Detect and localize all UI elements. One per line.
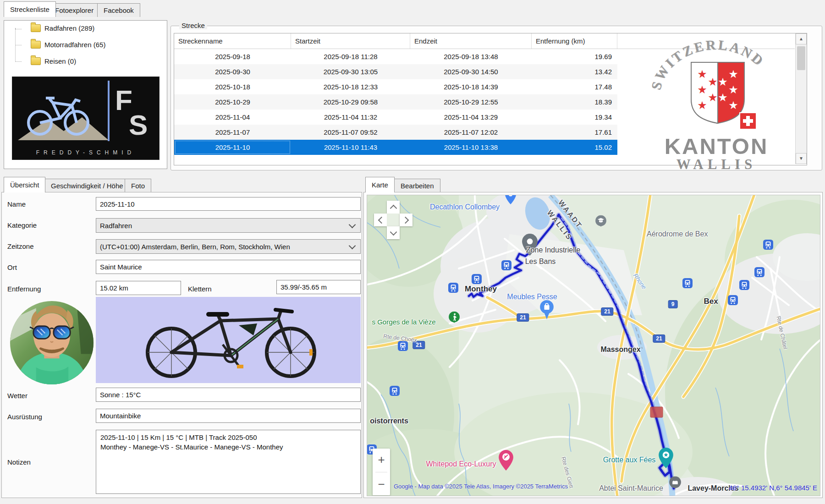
notizen-field[interactable]: 2025-11-10 | 15 Km | 15 °C | MTB | Track… [96,430,361,494]
cell-dist: 15.02 [532,140,617,155]
table-row[interactable]: 2025-11-04 2025-11-04 11:32 2025-11-04 1… [174,110,617,125]
svg-text:★: ★ [708,91,718,104]
train-station-icon [739,280,749,290]
table-scrollbar[interactable]: ▲ ▼ [795,33,807,164]
cell-start: 2025-11-10 11:43 [291,140,410,155]
avatar [9,300,94,385]
cell-name: 2025-09-30 [174,64,291,79]
route-shield-21: 21 [653,334,665,343]
table-row[interactable]: 2025-09-30 2025-09-30 13:05 2025-09-30 1… [174,64,617,79]
logo-bike-graphic: F S [12,77,159,145]
svg-text:★: ★ [728,99,738,111]
cell-start: 2025-11-04 11:32 [291,110,410,125]
table-row[interactable]: 2025-10-18 2025-10-18 12:33 2025-10-18 1… [174,79,617,94]
scroll-thumb[interactable] [797,46,805,70]
mountainbike-image [96,297,361,383]
train-station-icon [728,295,738,305]
cell-end: 2025-11-10 13:38 [410,140,532,155]
grotte-pin-icon [659,448,673,470]
cell-start: 2025-09-30 13:05 [291,64,410,79]
ort-field[interactable] [96,260,361,274]
klettern-field[interactable] [276,280,361,294]
pan-right-button[interactable] [400,214,412,226]
name-label: Name [7,200,26,208]
notizen-line1: 2025-11-10 | 15 Km | 15 °C | MTB | Track… [100,433,356,442]
name-field[interactable] [96,197,361,211]
svg-text:★: ★ [697,99,707,111]
cell-dist: 18.39 [532,94,617,110]
table-row[interactable]: 2025-10-29 2025-10-29 09:58 2025-10-29 1… [174,94,617,110]
logo-letter-s: S [129,109,148,141]
train-station-icon [754,267,764,277]
svg-text:★: ★ [728,68,738,80]
notizen-line2: Monthey - Manege-VS - St.Maurice - Maneg… [100,442,356,452]
cell-start: 2025-10-29 09:58 [291,94,410,110]
entfernung-field[interactable] [96,281,181,295]
tab-bearbeiten[interactable]: Bearbeiten [394,179,440,192]
swiss-flag-icon [740,113,756,129]
map-label-aerodrome: Aérodrome de Bex [647,230,708,238]
kategorie-label: Kategorie [7,221,37,229]
zeitzone-value: (UTC+01:00) Amsterdam, Berlin, Bern, Rom… [100,243,290,251]
cell-name: 2025-11-07 [174,125,291,140]
tab-uebersicht[interactable]: Übersicht [4,177,45,192]
pan-left-button[interactable] [374,214,387,226]
tab-foto[interactable]: Foto [125,179,151,192]
zoom-divider [375,472,387,472]
cell-name: 2025-11-04 [174,110,291,125]
tree-item-motorradfahren[interactable]: Motorradfahren (65) [31,41,105,49]
table-row-selected[interactable]: 2025-11-10 2025-11-10 11:43 2025-11-10 1… [174,140,617,155]
route-shield-21: 21 [517,313,529,322]
column-header-streckenname[interactable]: Streckenname [174,33,291,49]
kanton-wallis-crest: SWITZERLAND ★ ★ ★ ★ ★ ★ ★ ★ ★ ★ [650,38,781,172]
tree-item-label: Radfahren (289) [44,24,94,32]
map-base [367,195,820,496]
map-label-zone-industrielle: Zone Industrielle [526,246,580,254]
svg-text:★: ★ [718,76,728,88]
pan-down-button[interactable] [387,226,400,239]
column-header-entfernung[interactable]: Entfernung (km) [532,33,617,49]
kategorie-select[interactable]: Radfahren [96,218,361,233]
table-row[interactable]: 2025-09-18 2025-09-18 11:28 2025-09-18 1… [174,49,617,64]
zoom-out-button[interactable]: − [373,473,390,495]
map-label-abtei-saint-maurice: Abtei Saint-Maurice [599,484,663,493]
tree-connector [15,45,22,45]
wetter-field[interactable] [96,388,361,402]
cell-dist: 13.42 [532,64,617,79]
ausruestung-field[interactable] [96,409,361,423]
tab-geschwindigkeit-hoehe[interactable]: Geschwindigkeit / Höhe [44,179,130,192]
column-header-startzeit[interactable]: Startzeit [291,33,410,49]
train-station-icon [763,240,773,250]
tree-item-reisen[interactable]: Reisen (0) [31,57,76,65]
column-header-endzeit[interactable]: Endzeit [410,33,532,49]
route-shield-21: 21 [601,307,613,316]
scroll-up-button[interactable]: ▲ [796,33,807,44]
tab-facebook[interactable]: Facebook [97,3,140,17]
map-label-massongex: Massongex [600,345,640,354]
zoom-in-button[interactable]: + [373,449,390,471]
svg-text:★: ★ [728,83,738,96]
tab-karte[interactable]: Karte [365,177,395,192]
cell-dist: 17.48 [532,79,617,94]
tree-item-radfahren[interactable]: Radfahren (289) [31,24,94,32]
svg-text:★: ★ [708,76,718,88]
app-window: Streckenliste Fotoexplorer Facebook Radf… [0,0,825,504]
abbey-pin-icon [669,477,682,494]
train-station-icon [390,386,400,396]
scroll-down-button[interactable]: ▼ [796,153,807,164]
tab-fotoexplorer[interactable]: Fotoexplorer [49,3,100,17]
cell-end: 2025-11-07 12:02 [410,125,532,140]
train-station-icon [682,278,693,288]
svg-text:★: ★ [718,91,728,104]
table-row[interactable]: 2025-11-07 2025-11-07 09:52 2025-11-07 1… [174,125,617,140]
ort-label: Ort [7,263,17,271]
zeitzone-select[interactable]: (UTC+01:00) Amsterdam, Berlin, Bern, Rom… [96,239,361,254]
pan-center[interactable] [387,214,400,226]
crest-kanton-text: KANTON [665,134,769,159]
pan-up-button[interactable] [387,201,400,214]
map-canvas[interactable]: 21 21 21 21 9 Decathlon Collombey WAADT … [367,195,820,496]
cell-end: 2025-11-04 13:29 [410,110,532,125]
tab-streckenliste[interactable]: Streckenliste [4,1,56,17]
map-label-whitepod: Whitepod Eco-Luxury [426,460,496,468]
map-label-les-bans: Les Bans [525,257,556,266]
